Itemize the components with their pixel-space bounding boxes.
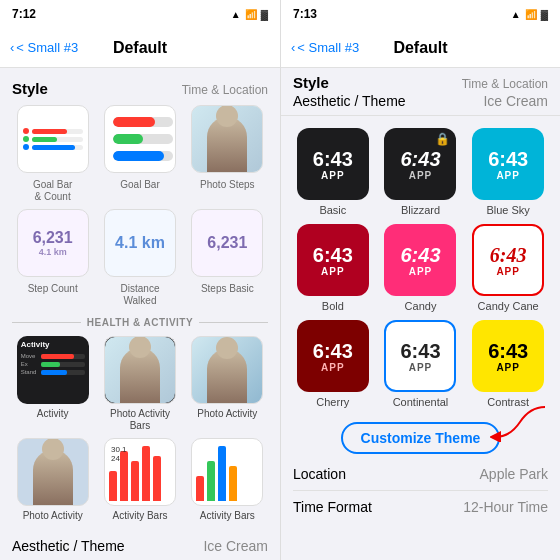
lock-icon-blizzard: 🔒: [435, 132, 450, 146]
ab-label-1: Move: [21, 353, 39, 359]
theme-app-basic: APP: [321, 170, 345, 181]
theme-label-candycane: Candy Cane: [478, 300, 539, 312]
theme-thumb-blizzard: 6:43 APP 🔒: [384, 128, 456, 200]
goal-bar-red: [113, 117, 173, 127]
bar-numbers: 30.124: [111, 445, 127, 463]
activity-item-5[interactable]: 30.124 Activity Bars: [99, 438, 180, 522]
ab-bar-bg-3: [41, 370, 85, 375]
style-item-goal-bar-count[interactable]: Goal Bar& Count: [12, 105, 93, 203]
right-aesthetic-label: Aesthetic / Theme: [293, 93, 406, 109]
goal-bar-blue: [113, 151, 173, 161]
theme-time-continental: 6:43: [400, 340, 440, 362]
left-theme-label: Aesthetic / Theme: [12, 538, 125, 554]
activity-thumb-bars: Activity Move Ex Stand: [17, 336, 89, 404]
theme-time-contrast: 6:43: [488, 340, 528, 362]
activity-item-1[interactable]: Activity Move Ex Stand Activity: [12, 336, 93, 432]
activity-bar-row-2: Ex: [21, 361, 85, 367]
style-item-distance[interactable]: 4.1 km DistanceWalked: [99, 209, 180, 307]
theme-thumb-bluesky: 6:43 APP: [472, 128, 544, 200]
health-activity-divider: HEALTH & ACTIVITY: [12, 317, 268, 328]
right-aesthetic-row: Aesthetic / Theme Ice Cream: [281, 91, 560, 116]
person-silhouette-4: [33, 450, 73, 505]
ab-bar-bg-1: [41, 354, 85, 359]
style-thumb-steps-basic: 6,231: [191, 209, 263, 277]
activity-label-3: Photo Activity: [197, 408, 257, 420]
theme-item-basic[interactable]: 6:43 APP Basic: [293, 128, 373, 216]
theme-item-blizzard[interactable]: 6:43 APP 🔒 Blizzard: [381, 128, 461, 216]
right-wifi-icon: 📶: [525, 9, 537, 20]
right-nav-bar: ‹ < Small #3 Default: [281, 28, 560, 68]
customize-theme-button[interactable]: Customize Theme: [341, 422, 501, 454]
right-settings-location[interactable]: Location Apple Park: [293, 458, 548, 491]
theme-item-continental[interactable]: 6:43 APP Continental: [381, 320, 461, 408]
left-status-bar: 7:12 ▲ 📶 ▓: [0, 0, 280, 28]
goal-dot-blue: [23, 144, 29, 150]
activity-thumb-6: [191, 438, 263, 506]
customize-btn-container: Customize Theme: [341, 422, 501, 454]
goal-bar-fill-2: [32, 137, 58, 142]
activity-label-5: Activity Bars: [112, 510, 167, 522]
activity-item-6[interactable]: Activity Bars: [187, 438, 268, 522]
divider-label: HEALTH & ACTIVITY: [87, 317, 193, 328]
right-panel: 7:13 ▲ 📶 ▓ ‹ < Small #3 Default Style Ti…: [280, 0, 560, 560]
theme-item-contrast[interactable]: 6:43 APP Contrast: [468, 320, 548, 408]
activity-bar-row-1: Move: [21, 353, 85, 359]
goal-bar-bg-1: [32, 129, 83, 134]
theme-app-bluesky: APP: [496, 170, 520, 181]
goal-bar-inner: [23, 128, 83, 150]
right-aesthetic-value: Ice Cream: [483, 93, 548, 109]
activity-label-2: Photo ActivityBars: [110, 408, 170, 432]
theme-label-cherry: Cherry: [316, 396, 349, 408]
divider-line-left: [12, 322, 81, 323]
chevron-left-icon: ‹: [10, 40, 14, 55]
activity-item-3[interactable]: Photo Activity: [187, 336, 268, 432]
theme-thumb-continental: 6:43 APP: [384, 320, 456, 392]
theme-item-bold[interactable]: 6:43 APP Bold: [293, 224, 373, 312]
theme-item-candycane[interactable]: 6:43 APP Candy Cane: [468, 224, 548, 312]
theme-app-bold: APP: [321, 266, 345, 277]
right-location-label: Location: [293, 466, 346, 482]
theme-app-continental: APP: [409, 362, 433, 373]
right-settings-rows: Location Apple Park Time Format 12-Hour …: [281, 458, 560, 523]
style-item-step-count[interactable]: 6,231 4.1 km Step Count: [12, 209, 93, 307]
left-style-sublabel: Time & Location: [182, 83, 268, 97]
activity-bar-row-3: Stand: [21, 369, 85, 375]
style-thumb-photo-steps: [191, 105, 263, 173]
ab-bar-bg-2: [41, 362, 85, 367]
right-style-sublabel: Time & Location: [462, 77, 548, 91]
right-timeformat-label: Time Format: [293, 499, 372, 515]
left-settings-rows: Aesthetic / Theme Ice Cream Location App…: [12, 530, 268, 560]
activity-item-2[interactable]: Photo ActivityBars: [99, 336, 180, 432]
right-settings-timeformat[interactable]: Time Format 12-Hour Time: [293, 491, 548, 523]
ab-v-1: [109, 471, 117, 501]
right-time: 7:13: [293, 7, 317, 21]
person-silhouette: [207, 117, 247, 172]
right-section-header: Style Time & Location: [281, 68, 560, 91]
style-item-steps-basic[interactable]: 6,231 Steps Basic: [187, 209, 268, 307]
theme-app-contrast: APP: [496, 362, 520, 373]
activity-item-4[interactable]: Photo Activity: [12, 438, 93, 522]
style-item-goal-bar[interactable]: Goal Bar: [99, 105, 180, 203]
right-nav-title: Default: [393, 39, 447, 57]
theme-item-cherry[interactable]: 6:43 APP Cherry: [293, 320, 373, 408]
ab-v2-3: [218, 446, 226, 501]
right-nav-back[interactable]: ‹ < Small #3: [291, 40, 359, 55]
goal-bar-fill-1: [32, 129, 68, 134]
left-panel: 7:12 ▲ 📶 ▓ ‹ < Small #3 Default Style Ti…: [0, 0, 280, 560]
style-thumb-goal-bar-count: [17, 105, 89, 173]
ab-v2-1: [196, 476, 204, 501]
person-silhouette-3: [207, 349, 247, 404]
theme-item-bluesky[interactable]: 6:43 APP Blue Sky: [468, 128, 548, 216]
theme-item-candy[interactable]: 6:43 APP Candy: [381, 224, 461, 312]
goal-row-1: [23, 128, 83, 134]
style-label-photo-steps: Photo Steps: [200, 179, 254, 191]
ab-label-2: Ex: [21, 361, 39, 367]
goal-bar-fill-3: [32, 145, 75, 150]
left-nav-back[interactable]: ‹ < Small #3: [10, 40, 78, 55]
theme-thumb-candy: 6:43 APP: [384, 224, 456, 296]
goal-row-3: [23, 144, 83, 150]
step-count-number: 6,231: [33, 229, 73, 247]
left-settings-theme[interactable]: Aesthetic / Theme Ice Cream: [12, 530, 268, 560]
style-item-photo-steps[interactable]: Photo Steps: [187, 105, 268, 203]
ab-v2-4: [229, 466, 237, 501]
